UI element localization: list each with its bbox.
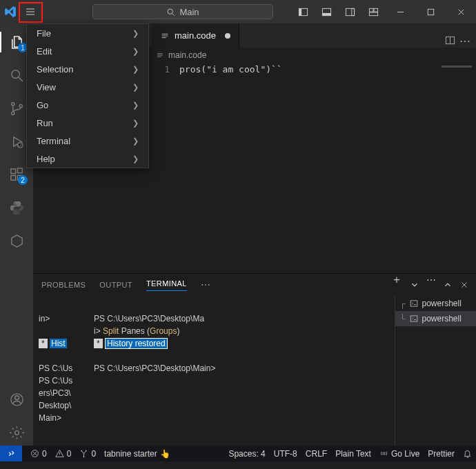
menu-item-view[interactable]: View❯ — [27, 78, 148, 96]
tab-label: main.code — [175, 30, 216, 41]
svg-rect-9 — [369, 12, 377, 15]
window-close-button[interactable] — [446, 0, 476, 23]
gear-icon — [9, 425, 25, 441]
tab-main-code[interactable]: main.code — [152, 23, 239, 48]
hamburger-menu-button[interactable] — [21, 5, 40, 19]
terminal-side-list: ┌ powershell └ powershell — [395, 296, 476, 446]
terminal-list-item[interactable]: ┌ powershell — [395, 296, 476, 311]
search-icon — [166, 8, 175, 17]
activity-python[interactable] — [0, 194, 33, 221]
new-terminal-down-icon[interactable] — [410, 280, 419, 290]
status-errors[interactable]: 0 — [26, 449, 51, 459]
layout-panel-bottom-button[interactable] — [315, 0, 338, 23]
terminal-list-item[interactable]: └ powershell — [395, 311, 476, 326]
svg-point-28 — [86, 450, 87, 452]
status-ports[interactable]: 0 — [75, 449, 100, 459]
svg-rect-8 — [373, 8, 377, 12]
bottom-panel: PROBLEMS OUTPUT TERMINAL ⋯ + ⋯ in> * His… — [33, 273, 476, 446]
svg-point-22 — [14, 430, 19, 435]
tab-dirty-indicator — [225, 33, 230, 39]
new-terminal-button[interactable]: + — [393, 280, 403, 290]
account-icon — [9, 392, 25, 408]
svg-rect-25 — [410, 316, 417, 321]
menu-item-edit[interactable]: Edit❯ — [27, 42, 148, 60]
status-prettier[interactable]: Prettier — [424, 449, 459, 459]
panel-more-button[interactable]: ⋯ — [426, 280, 436, 290]
panel-tab-problems[interactable]: PROBLEMS — [41, 281, 86, 289]
debug-icon — [9, 134, 25, 150]
terminal-icon — [410, 315, 418, 323]
vscode-logo-icon — [4, 6, 17, 18]
svg-point-13 — [11, 112, 14, 114]
hamburger-icon — [25, 6, 36, 17]
python-icon — [9, 200, 25, 216]
status-encoding[interactable]: UTF-8 — [270, 449, 301, 459]
svg-rect-2 — [299, 8, 301, 15]
activity-settings[interactable] — [0, 419, 33, 446]
svg-rect-5 — [346, 8, 354, 15]
activity-accounts[interactable] — [0, 386, 33, 412]
line-number: 1 — [152, 64, 179, 273]
activity-codespace[interactable] — [0, 228, 33, 254]
panel-tab-terminal[interactable]: TERMINAL — [146, 279, 187, 291]
svg-point-21 — [14, 395, 19, 399]
layout-sidebar-left-button[interactable] — [291, 0, 315, 23]
status-bar: 0 0 0 tabnine starter👆 Spaces: 4 UTF-8 C… — [0, 446, 476, 461]
status-golive[interactable]: Go Live — [375, 449, 424, 459]
code-line: pros("i am cool")`` — [179, 64, 282, 273]
svg-point-29 — [81, 450, 83, 452]
menu-item-run[interactable]: Run❯ — [27, 114, 148, 132]
status-tabnine[interactable]: tabnine starter👆 — [100, 449, 175, 459]
svg-rect-4 — [322, 12, 330, 15]
menu-item-file[interactable]: File❯ — [27, 24, 148, 42]
command-center-search[interactable]: Main — [92, 4, 273, 19]
app-menu-dropdown: File❯ Edit❯ Selection❯ View❯ Go❯ Run❯ Te… — [26, 23, 149, 168]
svg-point-12 — [11, 102, 14, 105]
menu-item-go[interactable]: Go❯ — [27, 96, 148, 114]
svg-point-11 — [11, 70, 19, 78]
window-minimize-button[interactable] — [385, 0, 415, 23]
panel-tab-output[interactable]: OUTPUT — [99, 281, 132, 289]
status-spaces[interactable]: Spaces: 4 — [224, 449, 269, 459]
search-label: Main — [179, 7, 199, 17]
status-notifications[interactable] — [459, 449, 476, 458]
file-icon — [160, 31, 170, 41]
branch-icon — [9, 101, 25, 117]
svg-point-14 — [19, 104, 22, 107]
panel-close-button[interactable] — [459, 280, 469, 290]
hexagon-icon — [9, 233, 25, 249]
menu-item-terminal[interactable]: Terminal❯ — [27, 132, 148, 150]
extensions-badge: 2 — [18, 175, 28, 185]
svg-rect-24 — [410, 301, 417, 306]
svg-rect-7 — [369, 8, 373, 12]
panel-tab-overflow[interactable]: ⋯ — [201, 279, 210, 290]
svg-rect-16 — [10, 168, 15, 173]
terminal-pane-1[interactable]: in> * Hist PS C:\Us PS C:\Us ers\PC3\ De… — [33, 296, 88, 446]
svg-point-0 — [168, 9, 172, 14]
panel-maximize-button[interactable] — [443, 280, 453, 290]
layout-sidebar-right-button[interactable] — [338, 0, 361, 23]
svg-point-27 — [83, 457, 85, 458]
svg-rect-17 — [10, 175, 15, 180]
panel-tabs: PROBLEMS OUTPUT TERMINAL ⋯ + ⋯ — [33, 274, 476, 296]
minimap[interactable] — [442, 66, 472, 68]
remote-button[interactable] — [0, 446, 22, 461]
split-editor-button[interactable] — [445, 35, 455, 48]
svg-rect-6 — [351, 8, 354, 15]
svg-rect-19 — [17, 168, 22, 172]
status-eol[interactable]: CRLF — [301, 449, 331, 459]
svg-point-30 — [383, 452, 385, 455]
terminal-pane-2[interactable]: PS C:\Users\PC3\Desktop\Ma i> Split Pane… — [88, 296, 395, 446]
menu-item-help[interactable]: Help❯ — [27, 150, 148, 168]
search-icon — [9, 68, 25, 83]
terminal-icon — [410, 299, 418, 308]
file-icon — [156, 51, 164, 59]
svg-rect-10 — [428, 9, 433, 14]
customize-layout-button[interactable] — [361, 0, 385, 23]
menu-item-selection[interactable]: Selection❯ — [27, 60, 148, 78]
status-language[interactable]: Plain Text — [331, 449, 375, 459]
window-maximize-button[interactable] — [415, 0, 446, 23]
title-bar: Main — [0, 0, 476, 23]
status-warnings[interactable]: 0 — [51, 449, 76, 459]
